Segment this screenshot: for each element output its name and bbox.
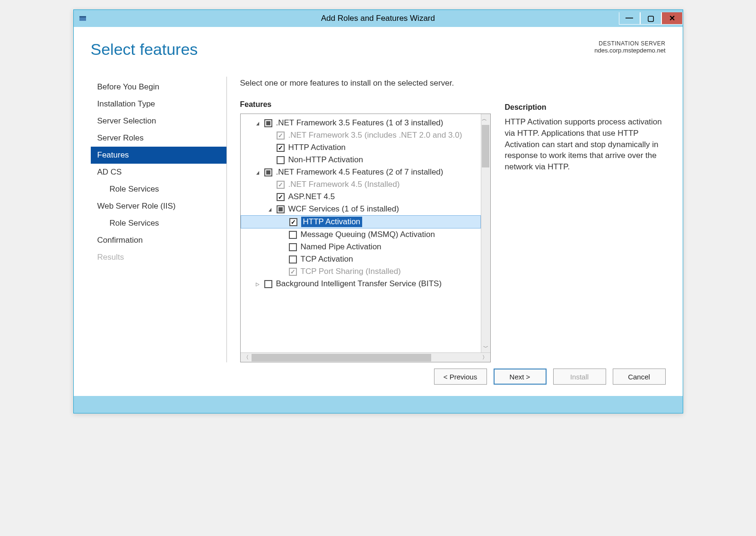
feature-label: .NET Framework 3.5 Features (1 of 3 inst…	[276, 118, 443, 128]
nav-item-role-services[interactable]: Role Services	[91, 181, 226, 198]
feature-node[interactable]: ◢.NET Framework 4.5 Features (2 of 7 ins…	[241, 166, 481, 178]
feature-node[interactable]: Named Pipe Activation	[241, 241, 481, 253]
feature-checkbox[interactable]	[277, 205, 285, 213]
feature-checkbox[interactable]	[289, 218, 297, 226]
minimize-button[interactable]: —	[619, 12, 640, 25]
destination-server-block: DESTINATION SERVER ndes.corp.mstepdemo.n…	[594, 40, 665, 54]
feature-label: WCF Services (1 of 5 installed)	[288, 204, 399, 214]
features-tree: ◢.NET Framework 3.5 Features (1 of 3 ins…	[240, 114, 491, 362]
page-body: Select features DESTINATION SERVER ndes.…	[74, 27, 683, 396]
feature-node[interactable]: Message Queuing (MSMQ) Activation	[241, 228, 481, 241]
description-text: HTTP Activation supports process activat…	[505, 116, 666, 173]
scroll-right-icon[interactable]: 〉	[479, 354, 490, 361]
nav-item-confirmation[interactable]: Confirmation	[91, 232, 226, 249]
window-controls: — ▢ ✕	[619, 13, 683, 25]
nav-item-installation-type[interactable]: Installation Type	[91, 96, 226, 113]
next-button[interactable]: Next >	[494, 369, 547, 385]
collapse-icon[interactable]: ◢	[268, 207, 272, 212]
feature-checkbox[interactable]	[277, 144, 285, 152]
feature-checkbox[interactable]	[277, 193, 285, 201]
features-heading: Features	[240, 100, 491, 109]
nav-item-role-services[interactable]: Role Services	[91, 215, 226, 232]
feature-checkbox[interactable]	[289, 255, 297, 264]
window-title: Add Roles and Features Wizard	[74, 14, 683, 23]
feature-node[interactable]: .NET Framework 3.5 (includes .NET 2.0 an…	[241, 129, 481, 141]
feature-label: Non-HTTP Activation	[288, 155, 363, 165]
install-button: Install	[553, 369, 606, 385]
svg-rect-1	[79, 16, 86, 18]
wizard-window: Add Roles and Features Wizard — ▢ ✕ Sele…	[73, 9, 683, 413]
feature-node[interactable]: Non-HTTP Activation	[241, 154, 481, 166]
wizard-buttons: < Previous Next > Install Cancel	[434, 369, 666, 385]
feature-label: HTTP Activation	[288, 143, 346, 152]
nav-item-server-roles[interactable]: Server Roles	[91, 130, 226, 147]
feature-label: .NET Framework 4.5 (Installed)	[288, 180, 400, 189]
nav-item-web-server-role-iis-[interactable]: Web Server Role (IIS)	[91, 198, 226, 215]
scroll-thumb-v[interactable]	[482, 125, 489, 167]
scroll-down-icon[interactable]: ﹀	[483, 343, 488, 352]
nav-item-before-you-begin[interactable]: Before You Begin	[91, 79, 226, 96]
feature-label: HTTP Activation	[301, 217, 363, 227]
feature-checkbox	[277, 181, 285, 189]
feature-checkbox[interactable]	[277, 156, 285, 164]
feature-label: Message Queuing (MSMQ) Activation	[301, 230, 435, 239]
feature-node[interactable]: ◢.NET Framework 3.5 Features (1 of 3 ins…	[241, 117, 481, 129]
feature-checkbox[interactable]	[264, 119, 272, 127]
feature-label: .NET Framework 4.5 Features (2 of 7 inst…	[276, 167, 443, 177]
destination-server-label: DESTINATION SERVER	[594, 40, 665, 47]
horizontal-scrollbar[interactable]: 〈 〉	[241, 352, 490, 362]
expand-icon[interactable]: ▷	[255, 281, 261, 287]
feature-node[interactable]: TCP Activation	[241, 253, 481, 265]
collapse-icon[interactable]: ◢	[255, 121, 260, 126]
feature-node[interactable]: .NET Framework 4.5 (Installed)	[241, 178, 481, 191]
description-heading: Description	[505, 103, 666, 112]
titlebar: Add Roles and Features Wizard — ▢ ✕	[74, 10, 683, 27]
window-border-bottom	[74, 396, 683, 413]
feature-label: Background Intelligent Transfer Service …	[276, 279, 442, 289]
feature-checkbox	[277, 132, 285, 140]
feature-node[interactable]: ASP.NET 4.5	[241, 191, 481, 203]
feature-node[interactable]: HTTP Activation	[241, 141, 481, 154]
scroll-up-icon[interactable]: ︿	[482, 114, 489, 124]
previous-button[interactable]: < Previous	[434, 369, 487, 385]
feature-checkbox[interactable]	[289, 231, 297, 239]
close-button[interactable]: ✕	[661, 12, 683, 25]
feature-node[interactable]: HTTP Activation	[241, 215, 481, 228]
feature-node[interactable]: ◢WCF Services (1 of 5 installed)	[241, 203, 481, 215]
feature-checkbox[interactable]	[264, 168, 272, 176]
page-title: Select features	[91, 40, 198, 59]
feature-label: TCP Activation	[301, 255, 353, 264]
wizard-nav: Before You BeginInstallation TypeServer …	[91, 77, 227, 362]
vertical-scrollbar[interactable]: ︿ ﹀	[481, 114, 490, 352]
feature-checkbox	[289, 268, 297, 276]
feature-label: ASP.NET 4.5	[288, 192, 335, 202]
nav-item-results: Results	[91, 249, 226, 266]
nav-item-server-selection[interactable]: Server Selection	[91, 113, 226, 130]
app-icon	[78, 14, 88, 23]
maximize-button[interactable]: ▢	[640, 12, 661, 25]
feature-node[interactable]: TCP Port Sharing (Installed)	[241, 265, 481, 278]
scroll-thumb-h[interactable]	[252, 354, 431, 361]
nav-item-features[interactable]: Features	[91, 147, 226, 164]
feature-label: .NET Framework 3.5 (includes .NET 2.0 an…	[288, 131, 462, 140]
feature-label: Named Pipe Activation	[301, 242, 382, 252]
instruction-text: Select one or more features to install o…	[240, 79, 491, 88]
collapse-icon[interactable]: ◢	[255, 170, 260, 175]
scroll-left-icon[interactable]: 〈	[241, 354, 252, 361]
cancel-button[interactable]: Cancel	[613, 369, 666, 385]
feature-label: TCP Port Sharing (Installed)	[301, 267, 401, 276]
nav-item-ad-cs[interactable]: AD CS	[91, 164, 226, 181]
feature-checkbox[interactable]	[264, 280, 272, 288]
feature-node[interactable]: ▷Background Intelligent Transfer Service…	[241, 278, 481, 290]
destination-server-name: ndes.corp.mstepdemo.net	[594, 47, 665, 54]
feature-checkbox[interactable]	[289, 243, 297, 251]
